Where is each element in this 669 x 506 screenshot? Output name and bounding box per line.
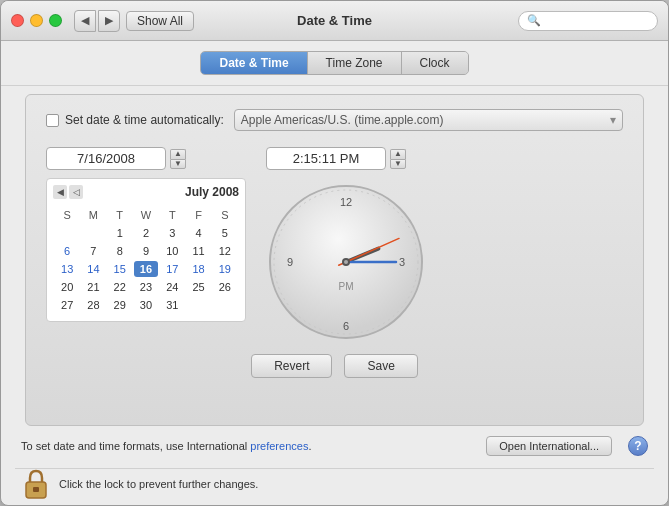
cal-prev-button[interactable]: ◁ <box>69 185 83 199</box>
calendar-day[interactable]: 8 <box>108 243 132 259</box>
toolbar: Date & Time Time Zone Clock <box>1 41 668 86</box>
calendar-day <box>213 297 237 313</box>
close-button[interactable] <box>11 14 24 27</box>
calendar-day[interactable]: 6 <box>55 243 79 259</box>
date-stepper: ▲ ▼ <box>170 149 186 169</box>
auto-checkbox[interactable] <box>46 114 59 127</box>
time-stepper: ▲ ▼ <box>390 149 406 169</box>
auto-checkbox-row: Set date & time automatically: <box>46 113 224 127</box>
search-icon: 🔍 <box>527 14 541 27</box>
calendar-day[interactable]: 30 <box>134 297 158 313</box>
calendar-day[interactable]: 15 <box>108 261 132 277</box>
cal-header-sun: S <box>55 207 79 223</box>
calendar-day[interactable]: 20 <box>55 279 79 295</box>
calendar-day <box>81 225 105 241</box>
calendar-day[interactable]: 25 <box>186 279 210 295</box>
calendar-day[interactable]: 29 <box>108 297 132 313</box>
calendar-day[interactable]: 19 <box>213 261 237 277</box>
calendar-day[interactable]: 24 <box>160 279 184 295</box>
minimize-button[interactable] <box>30 14 43 27</box>
svg-text:3: 3 <box>399 256 405 268</box>
svg-rect-13 <box>33 487 39 492</box>
calendar-day[interactable]: 21 <box>81 279 105 295</box>
server-value: Apple Americas/U.S. (time.apple.com) <box>241 113 444 127</box>
calendar-day[interactable]: 12 <box>213 243 237 259</box>
cal-header-thu: T <box>160 207 184 223</box>
lock-label: Click the lock to prevent further change… <box>59 478 258 490</box>
cal-prev-prev-button[interactable]: ◀ <box>53 185 67 199</box>
nav-arrows: ◀ ▶ <box>74 10 120 32</box>
calendar-day <box>186 297 210 313</box>
time-stepper-down[interactable]: ▼ <box>390 159 406 169</box>
nav-back-button[interactable]: ◀ <box>74 10 96 32</box>
cal-header-fri: F <box>186 207 210 223</box>
calendar-day[interactable]: 23 <box>134 279 158 295</box>
lock-row: Click the lock to prevent further change… <box>15 468 654 505</box>
calendar-day[interactable]: 31 <box>160 297 184 313</box>
clock-face: 12 3 6 9 PM <box>266 182 426 342</box>
nav-forward-button[interactable]: ▶ <box>98 10 120 32</box>
open-international-button[interactable]: Open International... <box>486 436 612 456</box>
cal-header-tue: T <box>108 207 132 223</box>
time-stepper-up[interactable]: ▲ <box>390 149 406 159</box>
save-button[interactable]: Save <box>344 354 417 378</box>
calendar-day[interactable]: 7 <box>81 243 105 259</box>
titlebar: ◀ ▶ Show All Date & Time 🔍 <box>1 1 668 41</box>
calendar-month-year: July 2008 <box>185 185 239 199</box>
calendar-day[interactable]: 3 <box>160 225 184 241</box>
date-input-row: ▲ ▼ <box>46 147 246 170</box>
calendar-day[interactable]: 13 <box>55 261 79 277</box>
clock-svg: 12 3 6 9 PM <box>266 182 426 342</box>
calendar-day[interactable]: 27 <box>55 297 79 313</box>
chevron-down-icon: ▾ <box>610 113 616 127</box>
date-stepper-up[interactable]: ▲ <box>170 149 186 159</box>
calendar-day[interactable]: 16 <box>134 261 158 277</box>
cal-header-sat: S <box>213 207 237 223</box>
show-all-button[interactable]: Show All <box>126 11 194 31</box>
right-panel: ▲ ▼ <box>266 147 426 342</box>
auto-checkbox-label: Set date & time automatically: <box>65 113 224 127</box>
tab-time-zone[interactable]: Time Zone <box>308 52 402 74</box>
tab-date-time[interactable]: Date & Time <box>201 52 307 74</box>
revert-button[interactable]: Revert <box>251 354 332 378</box>
traffic-lights <box>11 14 62 27</box>
calendar-day[interactable]: 14 <box>81 261 105 277</box>
help-button[interactable]: ? <box>628 436 648 456</box>
calendar-day[interactable]: 18 <box>186 261 210 277</box>
lock-button[interactable] <box>21 469 51 499</box>
calendar-day[interactable]: 17 <box>160 261 184 277</box>
calendar-day[interactable]: 9 <box>134 243 158 259</box>
calendar-day[interactable]: 26 <box>213 279 237 295</box>
time-input[interactable] <box>266 147 386 170</box>
calendar-day[interactable]: 22 <box>108 279 132 295</box>
calendar-day[interactable]: 5 <box>213 225 237 241</box>
international-link[interactable]: preferences <box>250 440 308 452</box>
svg-text:6: 6 <box>343 320 349 332</box>
search-box[interactable]: 🔍 <box>518 11 658 31</box>
footer-text: To set date and time formats, use Intern… <box>21 440 478 452</box>
server-select[interactable]: Apple Americas/U.S. (time.apple.com) ▾ <box>234 109 623 131</box>
calendar-day[interactable]: 10 <box>160 243 184 259</box>
calendar-header: ◀ ◁ July 2008 <box>53 185 239 199</box>
lock-icon <box>22 468 50 500</box>
calendar-day[interactable]: 11 <box>186 243 210 259</box>
calendar-day[interactable]: 2 <box>134 225 158 241</box>
maximize-button[interactable] <box>49 14 62 27</box>
search-input[interactable] <box>541 14 649 28</box>
calendar-day[interactable]: 28 <box>81 297 105 313</box>
calendar-day[interactable]: 1 <box>108 225 132 241</box>
time-input-row: ▲ ▼ <box>266 147 426 170</box>
content-panel: Set date & time automatically: Apple Ame… <box>25 94 644 426</box>
calendar: ◀ ◁ July 2008 S M T W <box>46 178 246 322</box>
window-title: Date & Time <box>297 13 372 28</box>
tab-clock[interactable]: Clock <box>402 52 468 74</box>
calendar-grid: S M T W T F S 12345678910111213 <box>53 205 239 315</box>
auto-row: Set date & time automatically: Apple Ame… <box>46 109 623 131</box>
calendar-day <box>55 225 79 241</box>
main-window: ◀ ▶ Show All Date & Time 🔍 Date & Time T… <box>0 0 669 506</box>
date-stepper-down[interactable]: ▼ <box>170 159 186 169</box>
calendar-day[interactable]: 4 <box>186 225 210 241</box>
date-input[interactable] <box>46 147 166 170</box>
action-buttons: Revert Save <box>46 354 623 378</box>
footer-row: To set date and time formats, use Intern… <box>15 436 654 456</box>
